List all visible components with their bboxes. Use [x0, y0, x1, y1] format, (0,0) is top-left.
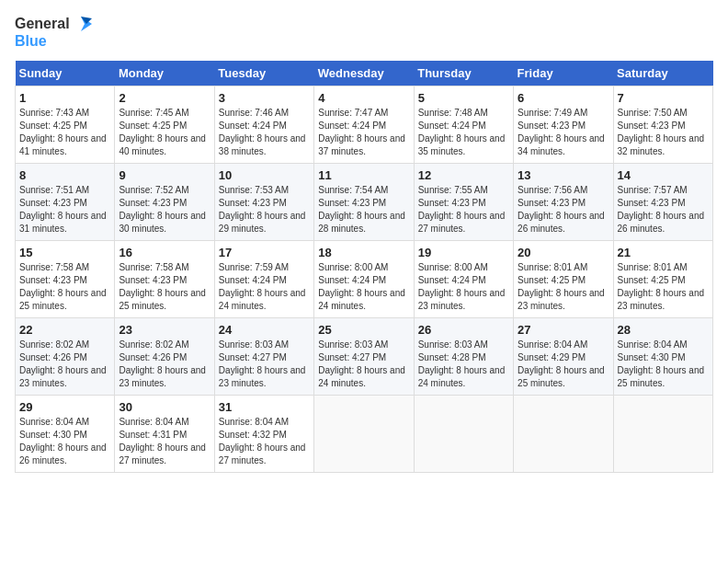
day-number: 12 — [418, 168, 509, 182]
calendar-day-cell: 16Sunrise: 7:58 AM Sunset: 4:23 PM Dayli… — [115, 240, 214, 317]
calendar-day-cell: 24Sunrise: 8:03 AM Sunset: 4:27 PM Dayli… — [214, 317, 313, 395]
day-number: 25 — [318, 323, 409, 337]
calendar-day-cell: 17Sunrise: 7:59 AM Sunset: 4:24 PM Dayli… — [214, 240, 313, 317]
calendar-day-cell: 18Sunrise: 8:00 AM Sunset: 4:24 PM Dayli… — [314, 240, 414, 317]
calendar-day-cell — [514, 395, 613, 472]
weekday-header: Monday — [115, 61, 214, 86]
weekday-header: Sunday — [16, 61, 115, 86]
calendar-week-row: 1Sunrise: 7:43 AM Sunset: 4:25 PM Daylig… — [16, 86, 713, 163]
day-number: 8 — [19, 168, 110, 182]
day-number: 29 — [19, 400, 110, 414]
calendar-day-cell: 30Sunrise: 8:04 AM Sunset: 4:31 PM Dayli… — [115, 395, 214, 472]
calendar-day-cell: 13Sunrise: 7:56 AM Sunset: 4:23 PM Dayli… — [514, 163, 613, 240]
calendar-day-cell: 2Sunrise: 7:45 AM Sunset: 4:25 PM Daylig… — [115, 86, 214, 163]
day-number: 9 — [119, 168, 210, 182]
day-info: Sunrise: 8:04 AM Sunset: 4:30 PM Dayligh… — [618, 339, 709, 390]
logo-graphic: General Blue — [15, 15, 92, 50]
day-number: 19 — [418, 246, 509, 259]
day-number: 20 — [518, 246, 609, 259]
calendar-day-cell: 27Sunrise: 8:04 AM Sunset: 4:29 PM Dayli… — [514, 317, 613, 395]
day-info: Sunrise: 7:55 AM Sunset: 4:23 PM Dayligh… — [418, 184, 509, 236]
day-info: Sunrise: 7:54 AM Sunset: 4:23 PM Dayligh… — [318, 184, 409, 236]
calendar-day-cell: 19Sunrise: 8:00 AM Sunset: 4:24 PM Dayli… — [414, 240, 513, 317]
day-number: 21 — [618, 246, 709, 259]
day-number: 1 — [19, 91, 110, 105]
day-number: 10 — [219, 168, 310, 182]
calendar-day-cell: 7Sunrise: 7:50 AM Sunset: 4:23 PM Daylig… — [613, 86, 712, 163]
day-info: Sunrise: 8:00 AM Sunset: 4:24 PM Dayligh… — [318, 261, 409, 313]
calendar-week-row: 8Sunrise: 7:51 AM Sunset: 4:23 PM Daylig… — [16, 163, 713, 240]
day-info: Sunrise: 8:02 AM Sunset: 4:26 PM Dayligh… — [19, 339, 110, 390]
day-number: 30 — [119, 400, 210, 414]
calendar-day-cell: 1Sunrise: 7:43 AM Sunset: 4:25 PM Daylig… — [16, 86, 115, 163]
calendar-day-cell: 4Sunrise: 7:47 AM Sunset: 4:24 PM Daylig… — [314, 86, 414, 163]
calendar-day-cell: 8Sunrise: 7:51 AM Sunset: 4:23 PM Daylig… — [16, 163, 115, 240]
calendar-day-cell: 10Sunrise: 7:53 AM Sunset: 4:23 PM Dayli… — [214, 163, 313, 240]
day-number: 7 — [618, 91, 709, 105]
day-info: Sunrise: 8:02 AM Sunset: 4:26 PM Dayligh… — [119, 339, 210, 390]
calendar-day-cell: 14Sunrise: 7:57 AM Sunset: 4:23 PM Dayli… — [613, 163, 712, 240]
calendar-body: 1Sunrise: 7:43 AM Sunset: 4:25 PM Daylig… — [16, 86, 713, 472]
calendar-day-cell: 23Sunrise: 8:02 AM Sunset: 4:26 PM Dayli… — [115, 317, 214, 395]
calendar-day-cell: 12Sunrise: 7:55 AM Sunset: 4:23 PM Dayli… — [414, 163, 513, 240]
day-info: Sunrise: 8:01 AM Sunset: 4:25 PM Dayligh… — [518, 261, 609, 313]
logo-text-general: General — [15, 16, 70, 32]
day-info: Sunrise: 7:49 AM Sunset: 4:23 PM Dayligh… — [518, 107, 609, 158]
calendar-day-cell: 26Sunrise: 8:03 AM Sunset: 4:28 PM Dayli… — [414, 317, 513, 395]
calendar-day-cell: 15Sunrise: 7:58 AM Sunset: 4:23 PM Dayli… — [16, 240, 115, 317]
day-info: Sunrise: 8:04 AM Sunset: 4:30 PM Dayligh… — [19, 416, 110, 467]
day-number: 18 — [318, 246, 409, 259]
day-number: 22 — [19, 323, 110, 337]
day-info: Sunrise: 8:04 AM Sunset: 4:32 PM Dayligh… — [219, 416, 310, 467]
day-number: 14 — [618, 168, 709, 182]
calendar-day-cell: 29Sunrise: 8:04 AM Sunset: 4:30 PM Dayli… — [16, 395, 115, 472]
calendar-week-row: 22Sunrise: 8:02 AM Sunset: 4:26 PM Dayli… — [16, 317, 713, 395]
day-number: 5 — [418, 91, 509, 105]
weekday-header: Wednesday — [314, 61, 414, 86]
calendar-day-cell: 11Sunrise: 7:54 AM Sunset: 4:23 PM Dayli… — [314, 163, 414, 240]
day-info: Sunrise: 7:46 AM Sunset: 4:24 PM Dayligh… — [219, 107, 310, 158]
page-header: General Blue — [15, 15, 713, 50]
day-number: 13 — [518, 168, 609, 182]
day-info: Sunrise: 7:58 AM Sunset: 4:23 PM Dayligh… — [19, 261, 110, 313]
day-info: Sunrise: 7:48 AM Sunset: 4:24 PM Dayligh… — [418, 107, 509, 158]
calendar-day-cell: 9Sunrise: 7:52 AM Sunset: 4:23 PM Daylig… — [115, 163, 214, 240]
weekday-header: Friday — [514, 61, 613, 86]
calendar-day-cell — [613, 395, 712, 472]
calendar-table: SundayMondayTuesdayWednesdayThursdayFrid… — [15, 61, 713, 473]
weekday-header: Thursday — [414, 61, 513, 86]
calendar-day-cell: 6Sunrise: 7:49 AM Sunset: 4:23 PM Daylig… — [514, 86, 613, 163]
day-info: Sunrise: 8:01 AM Sunset: 4:25 PM Dayligh… — [618, 261, 709, 313]
calendar-day-cell — [314, 395, 414, 472]
logo-bird-icon — [72, 15, 92, 33]
day-number: 27 — [518, 323, 609, 337]
day-number: 17 — [219, 246, 310, 259]
calendar-day-cell: 5Sunrise: 7:48 AM Sunset: 4:24 PM Daylig… — [414, 86, 513, 163]
day-number: 28 — [618, 323, 709, 337]
day-info: Sunrise: 8:03 AM Sunset: 4:28 PM Dayligh… — [418, 339, 509, 390]
day-number: 11 — [318, 168, 409, 182]
day-number: 23 — [119, 323, 210, 337]
day-info: Sunrise: 7:58 AM Sunset: 4:23 PM Dayligh… — [119, 261, 210, 313]
day-number: 24 — [219, 323, 310, 337]
logo: General Blue — [15, 15, 92, 50]
weekday-header: Tuesday — [214, 61, 313, 86]
calendar-day-cell — [414, 395, 513, 472]
day-number: 31 — [219, 400, 310, 414]
day-info: Sunrise: 7:45 AM Sunset: 4:25 PM Dayligh… — [119, 107, 210, 158]
day-info: Sunrise: 8:00 AM Sunset: 4:24 PM Dayligh… — [418, 261, 509, 313]
calendar-day-cell: 25Sunrise: 8:03 AM Sunset: 4:27 PM Dayli… — [314, 317, 414, 395]
logo-text-blue: Blue — [15, 33, 92, 50]
calendar-day-cell: 20Sunrise: 8:01 AM Sunset: 4:25 PM Dayli… — [514, 240, 613, 317]
day-number: 16 — [119, 246, 210, 259]
day-number: 4 — [318, 91, 409, 105]
calendar-day-cell: 22Sunrise: 8:02 AM Sunset: 4:26 PM Dayli… — [16, 317, 115, 395]
day-info: Sunrise: 8:03 AM Sunset: 4:27 PM Dayligh… — [219, 339, 310, 390]
day-number: 15 — [19, 246, 110, 259]
day-info: Sunrise: 7:57 AM Sunset: 4:23 PM Dayligh… — [618, 184, 709, 236]
day-info: Sunrise: 7:52 AM Sunset: 4:23 PM Dayligh… — [119, 184, 210, 236]
calendar-week-row: 29Sunrise: 8:04 AM Sunset: 4:30 PM Dayli… — [16, 395, 713, 472]
calendar-week-row: 15Sunrise: 7:58 AM Sunset: 4:23 PM Dayli… — [16, 240, 713, 317]
day-info: Sunrise: 8:04 AM Sunset: 4:31 PM Dayligh… — [119, 416, 210, 467]
day-info: Sunrise: 7:50 AM Sunset: 4:23 PM Dayligh… — [618, 107, 709, 158]
